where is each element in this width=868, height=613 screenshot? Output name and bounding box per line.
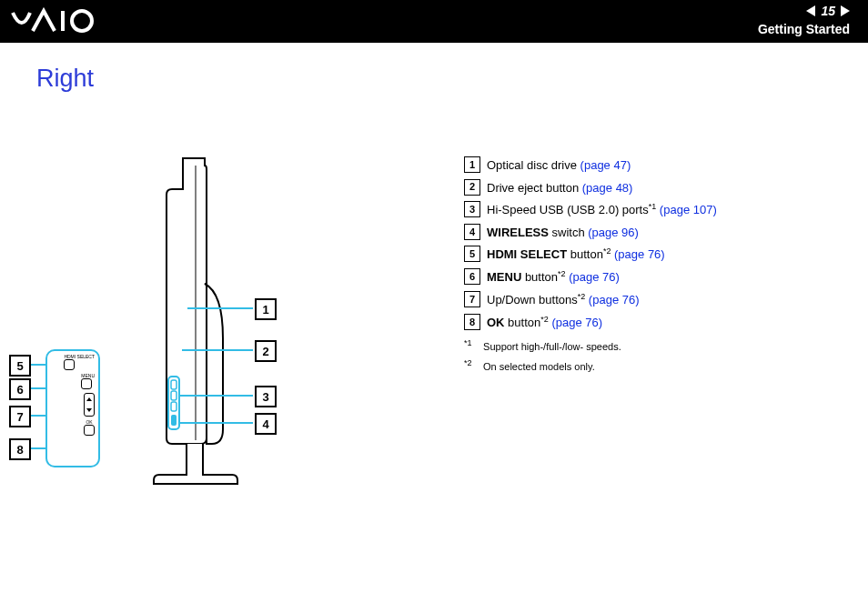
legend-row: 5HDMI SELECT button*2 (page 76) <box>464 246 717 264</box>
callout-1: 1 <box>255 298 277 320</box>
legend-number-box: 7 <box>464 291 480 307</box>
menu-button-icon <box>81 378 92 389</box>
legend-number-box: 8 <box>464 314 480 330</box>
page-link[interactable]: (page 76) <box>611 248 664 262</box>
footnote: *1 Support high-/full-/low- speeds. <box>464 337 717 354</box>
footnote: *2 On selected models only. <box>464 357 717 374</box>
legend-row: 6MENU button*2 (page 76) <box>464 268 717 286</box>
callout-5: 5 <box>9 355 31 377</box>
menu-label: MENU <box>81 374 95 378</box>
callout-3: 3 <box>255 386 277 407</box>
page-link[interactable]: (page 107) <box>656 203 717 216</box>
legend-row: 1Optical disc drive (page 47) <box>464 156 717 175</box>
legend-number-box: 2 <box>464 179 480 196</box>
callout-6: 6 <box>9 378 31 400</box>
callout-8: 8 <box>9 438 31 460</box>
vaio-logo <box>11 7 120 36</box>
legend-text: OK button*2 (page 76) <box>487 314 602 332</box>
svg-rect-7 <box>171 415 177 426</box>
legend-text: MENU button*2 (page 76) <box>487 268 620 286</box>
legend-number-box: 5 <box>464 246 480 262</box>
legend-text: HDMI SELECT button*2 (page 76) <box>487 246 665 264</box>
next-page-icon[interactable] <box>841 5 850 16</box>
page-title: Right <box>36 65 868 93</box>
prev-page-icon[interactable] <box>806 5 815 16</box>
legend-number-box: 3 <box>464 201 480 217</box>
button-panel-detail: HDMI SELECT MENU OK <box>45 349 100 467</box>
page-link[interactable]: (page 76) <box>585 293 639 306</box>
legend-row: 8OK button*2 (page 76) <box>464 314 717 332</box>
lead-4 <box>180 422 253 424</box>
hdmi-select-label: HDMI SELECT <box>64 355 95 359</box>
legend-row: 2Drive eject button (page 48) <box>464 179 717 197</box>
page-number: 15 <box>821 4 835 18</box>
legend-number-box: 4 <box>464 224 480 240</box>
callout-2: 2 <box>255 340 277 362</box>
lead-2 <box>182 349 253 351</box>
legend-number-box: 1 <box>464 156 480 173</box>
legend-text: Optical disc drive (page 47) <box>487 156 631 175</box>
svg-rect-0 <box>61 11 65 31</box>
svg-point-1 <box>72 11 92 31</box>
legend-row: 3Hi-Speed USB (USB 2.0) ports*1 (page 10… <box>464 201 717 219</box>
page-link[interactable]: (page 76) <box>549 316 602 329</box>
page-nav: 15 <box>806 4 850 18</box>
legend-text: WIRELESS switch (page 96) <box>487 224 639 242</box>
hdmi-select-button-icon <box>64 359 75 370</box>
page-header: 15 Getting Started <box>0 0 868 43</box>
page-link[interactable]: (page 76) <box>566 270 620 284</box>
legend: 1Optical disc drive (page 47)2Drive ejec… <box>464 156 717 374</box>
page-link[interactable]: (page 48) <box>582 181 633 195</box>
page-link[interactable]: (page 47) <box>580 158 631 172</box>
page-link[interactable]: (page 96) <box>588 226 639 239</box>
callout-7: 7 <box>9 406 31 427</box>
device-side-view <box>141 156 241 502</box>
lead-1 <box>187 307 253 309</box>
legend-row: 7Up/Down buttons*2 (page 76) <box>464 291 717 309</box>
legend-row: 4WIRELESS switch (page 96) <box>464 224 717 242</box>
legend-text: Up/Down buttons*2 (page 76) <box>487 291 640 309</box>
callout-4: 4 <box>255 413 277 435</box>
up-down-button-icon <box>84 393 95 417</box>
ok-button-icon <box>84 425 95 436</box>
legend-text: Drive eject button (page 48) <box>487 179 632 197</box>
legend-number-box: 6 <box>464 268 480 285</box>
section-title: Getting Started <box>758 22 850 36</box>
lead-3 <box>180 395 253 397</box>
legend-text: Hi-Speed USB (USB 2.0) ports*1 (page 107… <box>487 201 717 219</box>
